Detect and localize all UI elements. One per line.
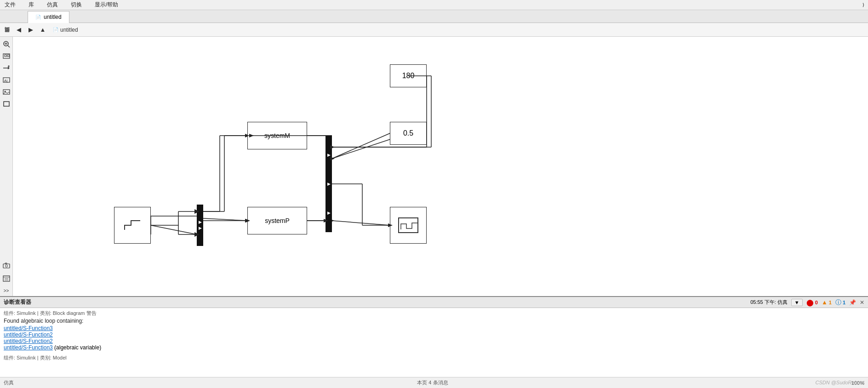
fit-system-icon <box>3 52 10 60</box>
diag-link-1-0[interactable]: untitled/S-Function3 <box>4 325 864 331</box>
svg-line-34 <box>332 221 390 225</box>
svg-line-1 <box>8 46 10 47</box>
step-icon <box>121 214 144 237</box>
footer-left: 仿真 <box>4 379 14 386</box>
canvas-area[interactable]: ▶ ▶ systemP ▶ ▶ ▶ systemM 180 <box>13 37 868 296</box>
svg-point-17 <box>5 265 7 267</box>
menu-switch[interactable]: 切换 <box>68 1 85 9</box>
diag-timestamp: 05:55 下午: 仿真 <box>750 299 788 306</box>
scope-block[interactable] <box>390 207 427 244</box>
diag-component-1: 组件: Simulink | 类别: Block diagram 警告 <box>4 310 864 317</box>
step-block[interactable] <box>114 207 151 244</box>
const-05-block[interactable]: 0.5 <box>390 122 427 145</box>
mux-left-block[interactable]: ▶ ▶ <box>197 205 203 246</box>
wires-svg <box>13 37 868 296</box>
breadcrumb: 📄 untitled <box>49 27 866 33</box>
svg-rect-6 <box>7 55 9 57</box>
up-button[interactable]: ▲ <box>37 24 48 35</box>
const-05-label: 0.5 <box>403 129 413 137</box>
pin-button[interactable]: 📌 <box>849 299 856 306</box>
toolbar: 模型浏览器 ◀ ▶ ▲ 📄 untitled ⟩ <box>0 23 868 37</box>
svg-rect-5 <box>5 55 6 57</box>
add-image-button[interactable] <box>1 86 12 97</box>
system-m-block[interactable]: systemM <box>247 122 307 149</box>
menu-file[interactable]: 文件 <box>2 1 18 9</box>
svg-rect-16 <box>3 264 10 268</box>
canvas-row: A| <box>0 37 868 296</box>
system-p-block[interactable]: systemP <box>247 207 307 234</box>
add-rect-button[interactable] <box>1 98 12 109</box>
add-signal-button[interactable] <box>1 63 12 74</box>
scope-icon <box>399 218 419 234</box>
info-count: ⓘ 1 <box>835 298 845 307</box>
diag-entry-2: 组件: Simulink | 类别: Model <box>4 354 864 361</box>
warning-count: ▲ 1 <box>822 299 832 306</box>
diag-link-1-1[interactable]: untitled/S-Function2 <box>4 331 864 338</box>
fit-system-button[interactable] <box>1 51 12 62</box>
zoom-fit-icon <box>3 40 10 48</box>
svg-rect-15 <box>4 102 9 106</box>
model-browser-label: 模型浏览器 <box>2 23 12 36</box>
system-p-label: systemP <box>265 217 290 224</box>
model-ref-icon <box>3 275 10 282</box>
svg-text:A|: A| <box>4 79 7 83</box>
mux-right-block[interactable]: ▶ ▶ ▶ <box>326 136 332 232</box>
system-m-label: systemM <box>264 132 290 139</box>
diag-entry-1: 组件: Simulink | 类别: Block diagram 警告 Foun… <box>4 310 864 351</box>
camera-icon <box>3 262 10 269</box>
add-label-button[interactable]: A| <box>1 74 12 86</box>
diag-link-1-2[interactable]: untitled/S-Function2 <box>4 338 864 344</box>
camera-button[interactable] <box>1 260 12 271</box>
breadcrumb-text: untitled <box>60 27 78 33</box>
watermark: CSDN @SudoReboot <box>815 380 864 385</box>
back-button[interactable]: ◀ <box>13 24 24 35</box>
close-diag-button[interactable]: ✕ <box>860 299 864 306</box>
tab-untitled[interactable]: 📄 untitled <box>28 11 69 23</box>
diagnostic-title: 诊断查看器 <box>4 298 31 306</box>
svg-rect-18 <box>5 263 7 264</box>
menu-bar: 文件 库 仿真 切换 显示/帮助 <box>0 0 868 10</box>
sidebar-expand-button[interactable]: >> <box>1 287 12 294</box>
add-rect-icon <box>3 100 10 108</box>
tab-label: untitled <box>44 14 62 20</box>
diagnostic-status-bar: 05:55 下午: 仿真 ▼ ⬤ 0 ▲ 1 ⓘ 1 📌 ✕ <box>750 298 864 307</box>
const-180-label: 180 <box>402 72 415 80</box>
menu-help[interactable]: 显示/帮助 <box>92 1 121 9</box>
diagnostic-footer: 仿真 本页 4 条消息 100% <box>0 377 868 388</box>
breadcrumb-icon: 📄 <box>53 27 58 32</box>
const-180-block[interactable]: 180 <box>390 64 427 87</box>
menu-simulation[interactable]: 仿真 <box>44 1 61 9</box>
main-layout: 文件 库 仿真 切换 显示/帮助 📄 untitled 模型浏览器 ◀ ▶ ▲ … <box>0 0 868 388</box>
diagnostic-panel: 诊断查看器 05:55 下午: 仿真 ▼ ⬤ 0 ▲ 1 ⓘ 1 📌 ✕ <box>0 296 868 388</box>
diag-suffix-1: (algebraic variable) <box>54 344 101 351</box>
diag-link-1-3-container: untitled/S-Function3 (algebraic variable… <box>4 344 101 351</box>
tab-bar: 📄 untitled <box>0 10 868 23</box>
footer-center: 本页 4 条消息 <box>417 379 448 386</box>
diagnostic-header: 诊断查看器 05:55 下午: 仿真 ▼ ⬤ 0 ▲ 1 ⓘ 1 📌 ✕ <box>0 297 868 308</box>
collapse-button[interactable]: ⟩ <box>860 1 867 8</box>
svg-line-68 <box>332 133 390 159</box>
diag-component-2: 组件: Simulink | 类别: Model <box>4 354 864 361</box>
forward-button[interactable]: ▶ <box>25 24 36 35</box>
tab-icon: 📄 <box>35 15 41 20</box>
add-signal-icon <box>3 64 10 72</box>
diagnostic-content: 组件: Simulink | 类别: Block diagram 警告 Foun… <box>0 308 868 377</box>
zoom-fit-button[interactable] <box>1 39 12 50</box>
add-label-icon: A| <box>3 76 10 84</box>
diag-message-1: Found algebraic loop containing: <box>4 318 864 324</box>
model-ref-button[interactable] <box>1 273 12 284</box>
svg-line-23 <box>151 225 197 234</box>
diag-dropdown[interactable]: ▼ <box>791 299 803 306</box>
add-image-icon <box>3 88 10 96</box>
left-sidebar: A| <box>0 37 13 296</box>
connections-svg <box>13 37 868 296</box>
menu-library[interactable]: 库 <box>26 1 37 9</box>
svg-line-24 <box>203 218 247 221</box>
diag-link-1-3[interactable]: untitled/S-Function3 <box>4 344 53 351</box>
error-count: ⬤ 0 <box>806 299 818 306</box>
